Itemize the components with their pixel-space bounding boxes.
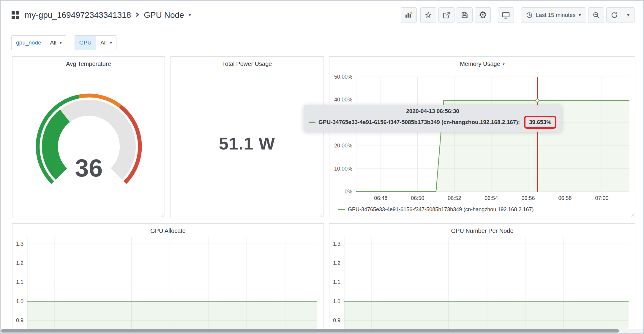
svg-text:1.3: 1.3: [16, 241, 23, 247]
refresh-caret-icon: ▾: [627, 12, 630, 18]
horizontal-scrollbar-thumb[interactable]: [1, 329, 619, 333]
panel-title-total-power[interactable]: Total Power Usage: [171, 61, 323, 67]
grafana-dashboard-page: my-gpu_1694972343341318 › GPU Node ▾ ⚙: [0, 0, 644, 334]
settings-button[interactable]: ⚙: [475, 7, 491, 23]
zoom-out-button[interactable]: [588, 7, 604, 23]
power-value: 51.1 W: [171, 57, 323, 218]
dashboard-header: my-gpu_1694972343341318 › GPU Node ▾ ⚙: [1, 1, 643, 29]
panel-resize-handle[interactable]: [159, 212, 164, 217]
gpu-number-per-node-chart[interactable]: 1.31.21.11.00.9: [329, 224, 636, 334]
monitor-icon: [502, 11, 510, 19]
refresh-icon: [610, 11, 618, 19]
svg-text:40.00%: 40.00%: [334, 97, 352, 103]
svg-text:0.9: 0.9: [333, 317, 340, 323]
variable-label-gpu: GPU: [75, 35, 96, 50]
highlight-annotation-box: 39.653%: [524, 116, 556, 129]
svg-text:1.1: 1.1: [16, 279, 23, 285]
svg-text:1.2: 1.2: [333, 260, 340, 266]
share-button[interactable]: [438, 7, 454, 23]
time-range-label: Last 15 minutes: [536, 12, 575, 18]
svg-text:06:54: 06:54: [484, 195, 498, 201]
panel-title-memory-usage[interactable]: Memory Usage ▾: [329, 61, 635, 67]
horizontal-scrollbar-track[interactable]: [1, 329, 643, 333]
svg-text:06:50: 06:50: [411, 195, 424, 201]
save-icon: [461, 11, 468, 19]
panel-resize-handle[interactable]: [630, 212, 634, 217]
svg-text:0.9: 0.9: [16, 317, 23, 323]
time-range-picker[interactable]: Last 15 minutes ▾: [521, 7, 586, 23]
panel-menu-caret-icon: ▾: [503, 62, 505, 66]
panel-memory-usage: Memory Usage ▾ 50.00%40.00%30.00%20.00%1…: [329, 56, 635, 218]
svg-text:1.2: 1.2: [16, 260, 23, 266]
svg-text:06:58: 06:58: [558, 195, 572, 201]
svg-text:20.00%: 20.00%: [334, 143, 352, 149]
caret-down-icon: ▾: [110, 41, 112, 45]
panel-avg-temperature: Avg Temperature 36: [12, 56, 165, 218]
zoom-out-icon: [592, 11, 600, 19]
svg-text:10.00%: 10.00%: [334, 166, 352, 172]
star-icon: [424, 11, 432, 19]
panel-title-text: Memory Usage: [460, 61, 500, 67]
refresh-interval-dropdown[interactable]: ▾: [622, 7, 634, 23]
svg-text:36: 36: [75, 154, 102, 182]
series-dash-icon: [338, 209, 345, 210]
svg-text:1.0: 1.0: [16, 298, 23, 304]
breadcrumb-page-name[interactable]: GPU Node: [144, 10, 184, 20]
variable-value-text: All: [50, 39, 56, 46]
svg-text:06:48: 06:48: [374, 195, 387, 201]
template-variables-row: gpu_node All ▾ GPU All ▾: [11, 35, 116, 50]
svg-text:1.0: 1.0: [333, 298, 340, 304]
panel-gpu-allocate: GPU Allocate 1.31.21.11.00.9: [12, 223, 324, 334]
tooltip-timestamp: 2020-04-13 06:56:30: [309, 108, 556, 114]
clock-icon: [526, 12, 533, 18]
add-panel-icon: [405, 11, 413, 19]
variable-gpu-node: gpu_node All ▾: [11, 35, 66, 50]
time-range-caret-icon: ▾: [578, 12, 581, 18]
memory-usage-chart[interactable]: 50.00%40.00%30.00%20.00%10.00%0%06:4806:…: [329, 57, 636, 218]
variable-value-gpu-dropdown[interactable]: All ▾: [96, 35, 116, 50]
save-button[interactable]: [457, 7, 473, 23]
panel-title-avg-temperature[interactable]: Avg Temperature: [12, 61, 165, 67]
svg-text:06:52: 06:52: [448, 195, 461, 201]
tooltip-value: 39.653%: [529, 119, 551, 125]
svg-text:07:00: 07:00: [595, 195, 608, 201]
star-button[interactable]: [420, 7, 436, 23]
breadcrumb-chevron-icon: ›: [135, 10, 139, 18]
tooltip-series-dash-icon: [309, 122, 315, 123]
variable-gpu: GPU All ▾: [75, 35, 116, 50]
variable-label-gpu-node: gpu_node: [11, 35, 46, 50]
legend-series-name[interactable]: GPU-34765e33-4e91-6156-f347-5085b173b349…: [348, 206, 534, 213]
temperature-gauge: 36: [12, 57, 165, 218]
variable-value-gpu-node-dropdown[interactable]: All ▾: [46, 35, 66, 50]
svg-text:06:56: 06:56: [521, 195, 535, 201]
variable-value-text: All: [100, 39, 107, 46]
caret-down-icon: ▾: [60, 41, 62, 45]
page-dropdown-caret-icon[interactable]: ▾: [189, 12, 191, 18]
panel-gpu-number-per-node: GPU Number Per Node 1.31.21.11.00.9: [329, 223, 635, 334]
svg-text:50.00%: 50.00%: [334, 74, 352, 80]
panel-title-gpu-allocate[interactable]: GPU Allocate: [12, 228, 323, 234]
svg-text:1.3: 1.3: [333, 241, 340, 247]
panel-total-power-usage: Total Power Usage 51.1 W: [170, 56, 324, 218]
tv-mode-button[interactable]: [498, 7, 514, 23]
panel-resize-handle[interactable]: [318, 212, 323, 217]
dashboard-toolbar: ⚙ Last 15 minutes ▾ ▾: [401, 7, 634, 23]
svg-text:1.1: 1.1: [333, 279, 340, 285]
refresh-button[interactable]: [606, 7, 622, 23]
breadcrumb: my-gpu_1694972343341318 › GPU Node ▾: [11, 10, 191, 20]
breadcrumb-dashboard-name[interactable]: my-gpu_1694972343341318: [25, 10, 131, 20]
memory-legend: GPU-34765e33-4e91-6156-f347-5085b173b349…: [338, 206, 534, 213]
gear-icon: ⚙: [479, 10, 487, 20]
tooltip-series-name: GPU-34765e33-4e91-6156-f347-5085b173b349…: [318, 119, 520, 125]
svg-text:0%: 0%: [345, 189, 352, 195]
panel-title-gpu-number-per-node[interactable]: GPU Number Per Node: [329, 228, 635, 234]
memory-tooltip: 2020-04-13 06:56:30 GPU-34765e33-4e91-61…: [304, 105, 561, 132]
gpu-allocate-chart[interactable]: 1.31.21.11.00.9: [12, 224, 324, 334]
share-icon: [443, 11, 450, 19]
add-panel-button[interactable]: [401, 7, 417, 23]
apps-grid-icon[interactable]: [11, 10, 20, 20]
